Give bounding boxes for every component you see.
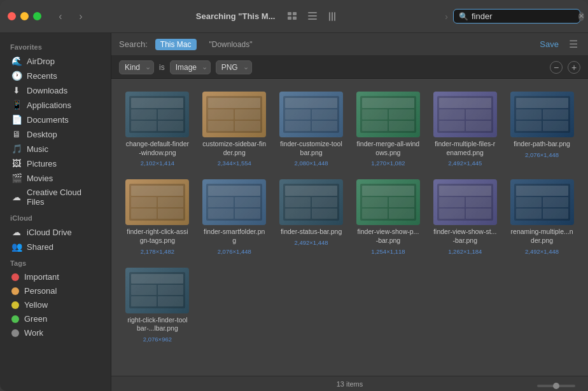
thumb-bottom	[285, 197, 337, 219]
favorites-label: Favorites	[0, 38, 111, 53]
thumb-top	[516, 98, 568, 107]
thumb-top	[131, 186, 183, 195]
forward-button[interactable]: ›	[72, 10, 90, 24]
search-box[interactable]: 🔍 ✕	[453, 9, 580, 24]
sidebar-item-tag-green[interactable]: Green	[4, 312, 107, 326]
thumb-cell	[208, 109, 234, 120]
thumb-cell	[439, 197, 465, 207]
file-item[interactable]: change-default-finder-window.png 2,102×1…	[122, 89, 193, 169]
file-item[interactable]: customize-sidebar-finder.png 2,344×1,554	[199, 89, 270, 169]
thumb-bottom	[439, 109, 491, 131]
thumb-cell	[285, 121, 311, 131]
zoom-slider[interactable]	[537, 385, 575, 387]
format-select[interactable]: PNG	[216, 60, 252, 74]
sidebar-item-movies[interactable]: 🎬 Movies	[4, 171, 107, 185]
scope-this-mac-button[interactable]: This Mac	[155, 39, 197, 50]
thumb-top	[362, 98, 414, 107]
search-label: Search:	[119, 39, 148, 49]
file-item[interactable]: renaming-multiple...nder.png 2,492×1,448	[506, 177, 578, 257]
thumb-cell	[516, 209, 542, 219]
back-button[interactable]: ‹	[52, 10, 69, 24]
search-input[interactable]	[472, 11, 578, 21]
sidebar-toggle-button[interactable]: ☰	[566, 38, 580, 50]
svg-rect-8	[332, 12, 333, 21]
thumb-cell	[543, 121, 568, 131]
sidebar-item-applications[interactable]: 📱 Applications	[4, 98, 107, 112]
sidebar-item-recents[interactable]: 🕐 Recents	[4, 69, 107, 83]
scope-downloads-button[interactable]: "Downloads"	[204, 39, 258, 50]
remove-filter-button[interactable]: −	[550, 61, 563, 74]
file-item[interactable]: finder-merge-all-windows.png 1,270×1,082	[353, 89, 424, 169]
save-button[interactable]: Save	[540, 39, 559, 49]
movies-icon: 🎬	[11, 173, 22, 183]
finder-window: ‹ › Searching "This M...	[0, 0, 588, 391]
kind-select[interactable]: Kind	[119, 60, 154, 74]
thumb-bottom	[362, 109, 414, 131]
thumb-preview	[206, 184, 262, 221]
applications-icon: 📱	[11, 100, 22, 110]
sidebar: Favorites 🌊 AirDrop 🕐 Recents ⬇ Download…	[0, 33, 111, 391]
sidebar-item-documents[interactable]: 📄 Documents	[4, 113, 107, 127]
sidebar-item-icloud-drive[interactable]: ☁ iCloud Drive	[4, 225, 107, 239]
thumb-cell	[389, 197, 414, 207]
sidebar-item-shared[interactable]: 👥 Shared	[4, 240, 107, 254]
thumb-bottom	[208, 109, 260, 131]
sidebar-item-label: Downloads	[27, 86, 67, 95]
file-name: finder-multiple-files-renamed.png	[433, 140, 497, 157]
desktop-icon: 🖥	[11, 129, 22, 139]
sidebar-item-label: Creative Cloud Files	[27, 188, 99, 207]
type-select[interactable]: Image	[170, 60, 211, 74]
file-item[interactable]: finder-path-bar.png 2,076×1,448	[506, 89, 578, 169]
file-item[interactable]: finder-multiple-files-renamed.png 2,492×…	[429, 89, 501, 169]
sidebar-item-creative-cloud[interactable]: ☁ Creative Cloud Files	[4, 186, 107, 209]
thumb-cell	[362, 209, 388, 219]
thumb-cell	[516, 121, 542, 131]
sidebar-item-label: Recents	[27, 71, 57, 81]
file-item[interactable]: finder-view-show-p...-bar.png 1,254×1,11…	[353, 177, 424, 257]
close-button[interactable]	[8, 12, 16, 20]
file-dimensions: 2,080×1,448	[295, 160, 328, 167]
file-dimensions: 2,492×1,448	[525, 248, 559, 255]
sidebar-item-pictures[interactable]: 🖼 Pictures	[4, 156, 107, 170]
thumb-bottom	[285, 109, 337, 131]
sidebar-item-airdrop[interactable]: 🌊 AirDrop	[4, 54, 107, 68]
sort-button[interactable]	[305, 11, 319, 22]
sidebar-item-label: Pictures	[27, 159, 57, 168]
file-item[interactable]: finder-right-click-assign-tags.png 2,178…	[122, 177, 193, 257]
sidebar-item-tag-yellow[interactable]: Yellow	[4, 298, 107, 312]
file-thumbnail	[433, 92, 497, 137]
file-item[interactable]: finder-customize-toolbar.png 2,080×1,448	[276, 89, 347, 169]
maximize-button[interactable]	[33, 12, 41, 20]
file-name: finder-view-show-st...-bar.png	[433, 228, 497, 245]
window-title: Searching "This M...	[196, 11, 276, 21]
sidebar-item-tag-work[interactable]: Work	[4, 326, 107, 340]
sidebar-item-label: Shared	[27, 242, 53, 252]
thumb-cell	[312, 109, 337, 120]
thumb-cell	[312, 121, 337, 131]
svg-rect-6	[308, 18, 317, 20]
add-filter-button[interactable]: +	[568, 61, 580, 74]
minimize-button[interactable]	[20, 12, 29, 20]
nav-buttons: ‹ ›	[52, 10, 90, 24]
zoom-handle[interactable]	[553, 383, 559, 389]
sidebar-item-tag-important[interactable]: Important	[4, 270, 107, 284]
file-item[interactable]: finder-status-bar.png 2,492×1,448	[276, 177, 347, 257]
file-item[interactable]: finder-smartfolder.png 2,076×1,448	[199, 177, 270, 257]
thumb-cell	[131, 296, 157, 306]
file-item[interactable]: finder-view-show-st...-bar.png 1,262×1,1…	[429, 177, 501, 257]
actions-button[interactable]	[325, 11, 339, 22]
sidebar-item-tag-personal[interactable]: Personal	[4, 284, 107, 298]
search-clear-button[interactable]: ✕	[578, 12, 584, 21]
sidebar-item-label: Personal	[24, 286, 57, 296]
sidebar-item-desktop[interactable]: 🖥 Desktop	[4, 127, 107, 141]
thumb-cell	[543, 109, 568, 120]
sidebar-item-downloads[interactable]: ⬇ Downloads	[4, 83, 107, 97]
thumb-cell	[131, 197, 157, 207]
grid-view-button[interactable]	[285, 11, 300, 22]
sidebar-item-music[interactable]: 🎵 Music	[4, 142, 107, 156]
file-dimensions: 2,492×1,445	[448, 160, 482, 167]
thumb-bottom	[516, 109, 568, 131]
thumb-preview	[514, 184, 570, 221]
thumb-cell	[466, 209, 491, 219]
file-item[interactable]: right-click-finder-toolbar-...lbar.png 2…	[122, 265, 193, 345]
